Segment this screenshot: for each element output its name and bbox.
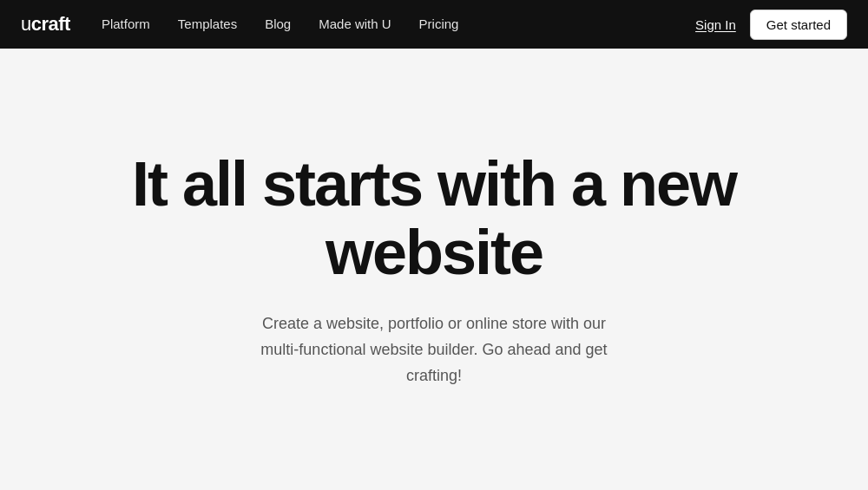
signin-button[interactable]: Sign In (695, 17, 736, 32)
nav-left: ucraft Platform Templates Blog Made with… (21, 13, 458, 36)
main-nav: ucraft Platform Templates Blog Made with… (0, 0, 868, 49)
nav-item-blog[interactable]: Blog (265, 16, 291, 32)
nav-item-templates[interactable]: Templates (178, 16, 237, 32)
nav-link-templates[interactable]: Templates (178, 16, 237, 31)
nav-right: Sign In Get started (695, 10, 847, 40)
get-started-button[interactable]: Get started (750, 10, 847, 40)
nav-links: Platform Templates Blog Made with U Pric… (102, 16, 459, 32)
nav-item-platform[interactable]: Platform (102, 16, 150, 32)
nav-item-made-with-u[interactable]: Made with U (319, 16, 391, 32)
nav-link-pricing[interactable]: Pricing (419, 16, 459, 31)
hero-subtitle: Create a website, portfolio or online st… (252, 311, 616, 389)
hero-title: It all starts with a new website (108, 150, 760, 287)
nav-item-pricing[interactable]: Pricing (419, 16, 459, 32)
hero-section: It all starts with a new website Create … (0, 49, 868, 490)
nav-link-made-with-u[interactable]: Made with U (319, 16, 391, 31)
nav-link-blog[interactable]: Blog (265, 16, 291, 31)
nav-link-platform[interactable]: Platform (102, 16, 150, 31)
logo[interactable]: ucraft (21, 13, 70, 36)
